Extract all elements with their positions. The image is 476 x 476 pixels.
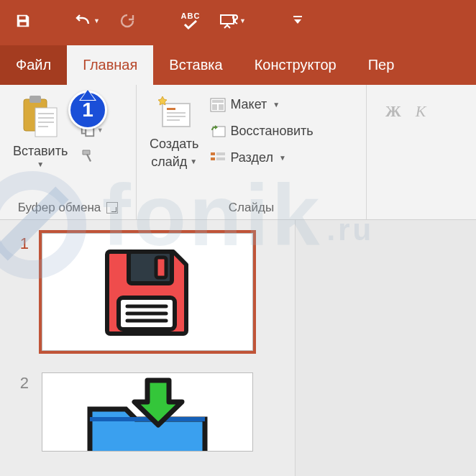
new-slide-button[interactable]: Создать слайд ▼ — [147, 92, 201, 170]
new-slide-label-2: слайд — [151, 155, 187, 170]
tab-design[interactable]: Конструктор — [239, 45, 352, 85]
paste-button[interactable]: Вставить ▼ — [10, 92, 70, 170]
svg-rect-16 — [212, 104, 217, 110]
spellcheck-icon[interactable]: ABC — [179, 11, 202, 31]
reset-icon — [210, 124, 226, 139]
group-slides-label: Слайды — [229, 201, 274, 215]
new-slide-icon — [154, 93, 194, 134]
slide-number-2: 2 — [12, 372, 29, 393]
svg-rect-0 — [221, 15, 234, 24]
svg-rect-18 — [213, 127, 225, 137]
slide-thumbnail-2[interactable] — [42, 372, 253, 452]
svg-point-1 — [233, 15, 237, 19]
chevron-down-icon: ▼ — [279, 154, 286, 162]
svg-rect-20 — [216, 152, 225, 155]
ribbon-tabs: Файл Главная Вставка Конструктор Пер — [0, 42, 476, 85]
svg-rect-21 — [211, 157, 215, 160]
new-slide-label-1: Создать — [150, 137, 198, 152]
svg-rect-17 — [219, 104, 224, 110]
reset-label: Восстановить — [230, 124, 313, 139]
svg-rect-13 — [167, 119, 180, 121]
thumbnail-row: 2 — [0, 372, 295, 452]
slide-panel: 1 2 — [0, 220, 476, 476]
chevron-down-icon: ▼ — [37, 160, 44, 168]
save-icon[interactable] — [13, 11, 33, 31]
annotation-badge-1: 1 — [68, 91, 107, 129]
layout-icon — [210, 98, 226, 112]
reset-button[interactable]: Восстановить — [209, 122, 314, 141]
svg-rect-10 — [167, 108, 175, 110]
thumbnail-pane[interactable]: 1 2 — [0, 220, 295, 476]
layout-button[interactable]: Макет ▼ — [209, 95, 314, 114]
clipboard-dialog-launcher[interactable] — [106, 202, 118, 214]
tab-home[interactable]: Главная — [67, 45, 153, 85]
svg-rect-19 — [211, 152, 215, 155]
undo-button[interactable]: ▼ — [75, 14, 100, 28]
svg-rect-12 — [167, 116, 186, 117]
slide-number-1: 1 — [12, 233, 29, 253]
group-font: Ж К — [367, 85, 436, 219]
clipboard-icon — [19, 93, 61, 141]
italic-button[interactable]: К — [416, 102, 426, 121]
group-clipboard-label: Буфер обмена — [18, 201, 101, 215]
folder-download-icon — [75, 373, 219, 452]
group-slides: Создать слайд ▼ Макет ▼ Восстановить — [137, 85, 367, 219]
thumbnail-row: 1 — [0, 233, 295, 351]
quick-access-toolbar: ▼ ABC ▼ — [0, 0, 476, 42]
customize-qat-button[interactable] — [288, 11, 308, 31]
slide-thumbnail-1[interactable] — [42, 233, 253, 351]
section-button[interactable]: Раздел ▼ — [209, 148, 314, 168]
chevron-down-icon: ▼ — [273, 101, 280, 109]
svg-rect-15 — [212, 100, 224, 103]
chevron-down-icon: ▼ — [190, 157, 197, 165]
redo-button[interactable] — [117, 11, 137, 31]
section-icon — [210, 151, 226, 165]
bold-button[interactable]: Ж — [385, 102, 401, 121]
svg-rect-24 — [156, 257, 166, 278]
layout-label: Макет — [230, 97, 267, 112]
tab-insert[interactable]: Вставка — [153, 45, 238, 85]
svg-rect-3 — [29, 96, 41, 103]
floppy-disk-icon — [97, 242, 198, 342]
slideshow-from-start-button[interactable]: ▼ — [219, 13, 246, 29]
tab-file[interactable]: Файл — [0, 45, 67, 85]
svg-rect-22 — [216, 157, 225, 160]
svg-rect-11 — [167, 112, 186, 114]
tab-transitions[interactable]: Пер — [352, 45, 411, 85]
paste-label: Вставить — [13, 144, 68, 159]
slide-edit-area[interactable] — [295, 220, 476, 476]
svg-rect-9 — [163, 104, 190, 127]
section-label: Раздел — [230, 150, 273, 165]
format-painter-button[interactable] — [78, 147, 99, 165]
